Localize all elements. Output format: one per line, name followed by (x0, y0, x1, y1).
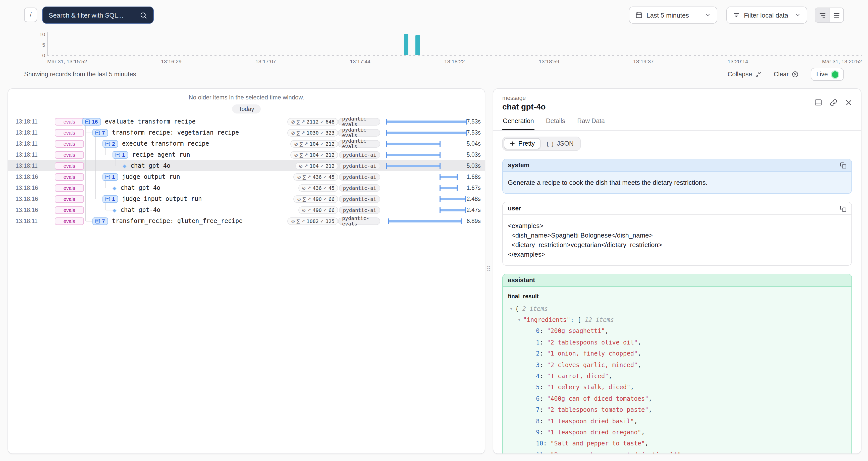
collapse-toggle[interactable]: 16 (82, 118, 101, 125)
clear-button[interactable]: Clear (774, 71, 799, 78)
trace-row[interactable]: 13:18:16evals◆chat gpt-4o⊘↗490↙66pydanti… (8, 205, 485, 215)
live-button[interactable]: Live (811, 68, 844, 81)
search-placeholder: Search & filter with SQL... (49, 11, 140, 19)
role-label-system: system (508, 162, 529, 169)
json-line: 10: "Salt and pepper to taste", (508, 438, 846, 450)
tree-view-icon (818, 11, 826, 19)
collapse-toggle[interactable]: 1 (113, 151, 128, 158)
close-panel-button[interactable] (843, 97, 854, 108)
trace-row[interactable]: 13:18:11evals2execute transform_recipe⊘∑… (8, 138, 485, 149)
tab-generation[interactable]: Generation (502, 118, 534, 130)
input-tokens-icon: ↗ (307, 196, 311, 202)
tree-guide-line (85, 126, 86, 221)
copy-user-button[interactable] (840, 205, 846, 212)
json-punct: : (543, 451, 551, 454)
json-index: 0 (536, 327, 539, 336)
detail-title: chat gpt-4o (502, 102, 853, 112)
search-input[interactable]: Search & filter with SQL... (42, 6, 154, 24)
x-axis-tick-label: 13:17:07 (255, 58, 276, 64)
detail-panel-body: Pretty { } JSON system Generate a recipe… (493, 130, 861, 454)
evals-badge: evals (55, 162, 84, 170)
list-view-button[interactable] (829, 8, 843, 22)
row-duration: 2.47s (451, 207, 481, 213)
row-tag-wrap: pydantic-ai (338, 184, 380, 192)
package-tag: pydantic-ai (339, 151, 380, 158)
metrics-chip: ⊘↗436↙45 (299, 184, 338, 192)
trace-row[interactable]: 13:18:11evals1recipe_agent run⊘∑↗104↙212… (8, 149, 485, 160)
evals-badge: evals (55, 206, 84, 214)
assistant-json: ▾{ 2 items▾"ingredients": [ 12 items0: "… (508, 303, 846, 454)
copy-system-button[interactable] (840, 162, 846, 168)
row-tag-wrap: pydantic-evals (338, 118, 380, 125)
json-string: "Salt and pepper to taste" (551, 439, 645, 449)
collapse-toggle[interactable]: 1 (102, 173, 118, 181)
tokens-icon: ⊘ (291, 130, 295, 135)
output-tokens-value: 212 (326, 152, 335, 157)
dock-view-button[interactable] (813, 97, 824, 108)
metrics-chip: ⊘↗490↙66 (299, 206, 338, 214)
output-tokens-icon: ↙ (320, 141, 324, 146)
filter-icon (733, 11, 740, 19)
package-tag: pydantic-ai (339, 206, 380, 214)
tree-guide-line (95, 136, 96, 199)
trace-row[interactable]: 13:18:16evals◆chat gpt-4o⊘↗436↙45pydanti… (8, 182, 485, 193)
json-string: "1 celery stalk, diced" (547, 383, 630, 393)
copy-link-button[interactable] (828, 97, 839, 108)
json-index: 8 (536, 417, 539, 426)
tab-raw-data[interactable]: Raw Data (577, 118, 605, 130)
records-histogram: 1050 Mar 31, 13:15:5213:16:2913:17:0713:… (0, 30, 868, 66)
child-count: 7 (102, 129, 105, 135)
row-duration: 6.89s (451, 218, 481, 224)
json-string: "2 tablespoons tomato paste" (547, 405, 649, 415)
chart-plot[interactable] (47, 30, 862, 55)
json-toggle-button[interactable]: { } JSON (540, 138, 579, 149)
sparkle-icon (509, 141, 516, 147)
user-message-text: <examples> <dish_name>Spaghetti Bolognes… (503, 215, 851, 265)
collapse-toggle[interactable]: 7 (92, 217, 108, 225)
json-index: 4 (536, 372, 539, 381)
trace-row[interactable]: 13:18:11evals◆chat gpt-4o⊘↗104↙212pydant… (8, 160, 485, 171)
pretty-toggle-button[interactable]: Pretty (504, 138, 540, 149)
json-line: 9: "1 teaspoon dried oregano", (508, 427, 846, 438)
row-span: 7transform_recipe: vegetarian_recipe (92, 127, 239, 138)
role-label-assistant: assistant (508, 277, 535, 284)
span-name: judge_output run (122, 173, 180, 180)
row-tag-wrap: pydantic-evals (338, 129, 380, 136)
input-tokens-icon: ↗ (301, 218, 305, 223)
record-kind-label: message (502, 95, 853, 101)
filter-local-data-dropdown[interactable]: Filter local data (726, 6, 807, 24)
json-index: 2 (536, 349, 539, 359)
detail-tabs: Generation Details Raw Data (493, 112, 861, 130)
final-result-label: final_result (508, 292, 846, 301)
trace-row[interactable]: 13:18:11evals7transform_recipe: vegetari… (8, 127, 485, 138)
collapse-toggle[interactable]: 1 (102, 195, 118, 203)
tree-view-button[interactable] (815, 8, 829, 22)
duration-bar (386, 143, 440, 145)
trace-list-panel: No older items in the selected time wind… (7, 88, 485, 454)
row-timestamp: 13:18:16 (16, 207, 38, 213)
row-span: 1recipe_agent run (113, 149, 190, 160)
chevron-down-icon (795, 12, 801, 18)
metrics-chip: ⊘∑↗1082↙325 (287, 217, 338, 225)
panel-resize-handle[interactable]: ⠿ (485, 265, 492, 273)
json-punct: , (649, 394, 652, 404)
json-punct: : (539, 417, 547, 426)
trace-row[interactable]: 13:18:11evals16evaluate transform_recipe… (8, 116, 485, 127)
collapse-toggle[interactable]: 7 (92, 129, 108, 136)
output-tokens-icon: ↙ (320, 218, 324, 223)
collapse-button[interactable]: Collapse (727, 71, 762, 78)
output-tokens-value: 212 (326, 141, 335, 146)
json-line: 6: "400g can of diced tomatoes", (508, 393, 846, 404)
package-tag: pydantic-ai (339, 184, 380, 192)
trace-row[interactable]: 13:18:16evals1judge_input_output run⊘∑↗4… (8, 193, 485, 205)
trace-row[interactable]: 13:18:11evals7transform_recipe: gluten_f… (8, 215, 485, 226)
row-duration: 5.03s (451, 152, 481, 158)
trace-row[interactable]: 13:18:16evals1judge_output run⊘∑↗436↙45p… (8, 171, 485, 182)
time-range-dropdown[interactable]: Last 5 minutes (629, 6, 717, 24)
x-axis-tick-label: Mar 31, 13:15:52 (47, 58, 87, 64)
y-axis-tick-label: 0 (42, 52, 45, 58)
collapse-toggle[interactable]: 2 (102, 140, 118, 147)
tab-details[interactable]: Details (546, 118, 566, 130)
span-name: chat gpt-4o (120, 206, 160, 213)
sum-icon: ∑ (297, 119, 300, 124)
